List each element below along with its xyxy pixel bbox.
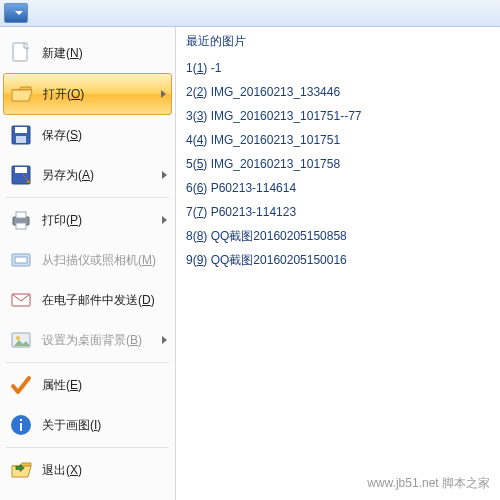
- menu-print[interactable]: 打印(P): [0, 200, 175, 240]
- chevron-right-icon: [161, 90, 166, 98]
- menu-open[interactable]: 打开(O): [3, 73, 172, 115]
- new-icon: [8, 40, 34, 66]
- file-menu-panel: 新建(N)打开(O)保存(S)另存为(A)打印(P)从扫描仪或照相机(M)在电子…: [0, 27, 500, 500]
- title-bar: [0, 0, 500, 27]
- recent-item[interactable]: 9(9) QQ截图20160205150016: [186, 248, 490, 272]
- chevron-right-icon: [162, 171, 167, 179]
- open-icon: [9, 81, 35, 107]
- menu-item-label: 从扫描仪或照相机(M): [42, 252, 167, 269]
- info-icon: [8, 412, 34, 438]
- menu-email[interactable]: 在电子邮件中发送(D): [0, 280, 175, 320]
- menu-item-label: 保存(S): [42, 127, 167, 144]
- menu-new[interactable]: 新建(N): [0, 33, 175, 73]
- recent-list: 1(1) -12(2) IMG_20160213_1334463(3) IMG_…: [186, 56, 490, 272]
- recent-item[interactable]: 8(8) QQ截图20160205150858: [186, 224, 490, 248]
- menu-item-label: 新建(N): [42, 45, 167, 62]
- recent-item[interactable]: 6(6) P60213-114614: [186, 176, 490, 200]
- menu-properties[interactable]: 属性(E): [0, 365, 175, 405]
- menu-item-label: 在电子邮件中发送(D): [42, 292, 167, 309]
- menu-item-label: 另存为(A): [42, 167, 158, 184]
- exit-icon: [8, 457, 34, 483]
- recent-item[interactable]: 5(5) IMG_20160213_101758: [186, 152, 490, 176]
- menu-item-label: 打开(O): [43, 86, 157, 103]
- menu-wallpaper[interactable]: 设置为桌面背景(B): [0, 320, 175, 360]
- menu-item-label: 属性(E): [42, 377, 167, 394]
- menu-separator: [6, 197, 169, 198]
- menu-exit[interactable]: 退出(X): [0, 450, 175, 490]
- chevron-right-icon: [162, 216, 167, 224]
- email-icon: [8, 287, 34, 313]
- menu-saveas[interactable]: 另存为(A): [0, 155, 175, 195]
- menu-about[interactable]: 关于画图(I): [0, 405, 175, 445]
- menu-separator: [6, 447, 169, 448]
- menu-item-label: 关于画图(I): [42, 417, 167, 434]
- menu-save[interactable]: 保存(S): [0, 115, 175, 155]
- recent-item[interactable]: 3(3) IMG_20160213_101751--77: [186, 104, 490, 128]
- recent-header: 最近的图片: [186, 33, 490, 50]
- recent-item[interactable]: 2(2) IMG_20160213_133446: [186, 80, 490, 104]
- menu-scan[interactable]: 从扫描仪或照相机(M): [0, 240, 175, 280]
- print-icon: [8, 207, 34, 233]
- chevron-right-icon: [162, 336, 167, 344]
- save-icon: [8, 122, 34, 148]
- watermark: www.jb51.net 脚本之家: [367, 475, 490, 492]
- file-menu-list: 新建(N)打开(O)保存(S)另存为(A)打印(P)从扫描仪或照相机(M)在电子…: [0, 27, 176, 500]
- check-icon: [8, 372, 34, 398]
- menu-item-label: 设置为桌面背景(B): [42, 332, 158, 349]
- menu-item-label: 打印(P): [42, 212, 158, 229]
- recent-panel: 最近的图片 1(1) -12(2) IMG_20160213_1334463(3…: [176, 27, 500, 500]
- menu-item-label: 退出(X): [42, 462, 167, 479]
- scan-icon: [8, 247, 34, 273]
- recent-item[interactable]: 7(7) P60213-114123: [186, 200, 490, 224]
- saveas-icon: [8, 162, 34, 188]
- wallpaper-icon: [8, 327, 34, 353]
- recent-item[interactable]: 1(1) -1: [186, 56, 490, 80]
- menu-separator: [6, 362, 169, 363]
- recent-item[interactable]: 4(4) IMG_20160213_101751: [186, 128, 490, 152]
- app-menu-button[interactable]: [4, 3, 28, 23]
